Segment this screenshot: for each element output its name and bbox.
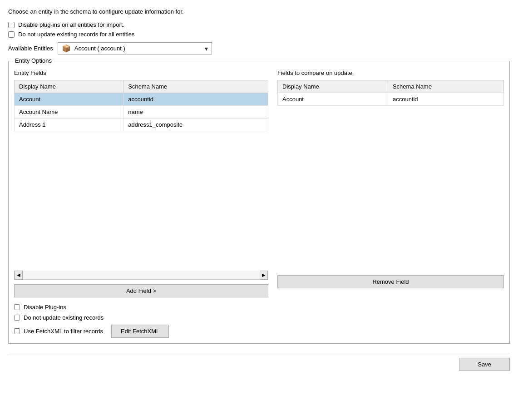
left-panel: Entity Fields Display Name Schema Name — [14, 69, 268, 297]
global-checkbox-row-1: Disable plug-ins on all entities for imp… — [8, 21, 510, 28]
right-col-schema-name: Schema Name — [388, 80, 503, 93]
entity-checkboxes: Disable Plug-ins Do not update existing … — [14, 304, 504, 338]
disable-plugins-checkbox[interactable] — [14, 304, 20, 310]
cell-display-name: Account Name — [15, 106, 123, 119]
cell-schema-name: accountid — [123, 93, 268, 106]
save-button[interactable]: Save — [459, 358, 510, 371]
cell-schema-name: accountid — [388, 93, 503, 106]
add-field-row: Add Field > — [14, 284, 268, 297]
table-row[interactable]: Account Namename — [15, 106, 268, 119]
edit-fetchxml-button[interactable]: Edit FetchXML — [111, 325, 169, 338]
entity-dropdown-value: Account ( account ) — [74, 45, 205, 52]
use-fetchxml-label: Use FetchXML to filter records — [24, 328, 103, 335]
entity-fields-table: Display Name Schema Name Accountaccounti… — [14, 80, 268, 131]
table-row[interactable]: Accountaccountid — [278, 93, 504, 106]
remove-field-button[interactable]: Remove Field — [277, 275, 504, 288]
entity-options-box: Entity Options Entity Fields Display Nam… — [8, 61, 510, 344]
do-not-update-all-label: Do not update existing records for all e… — [18, 31, 135, 38]
entity-options-legend: Entity Options — [13, 57, 54, 64]
right-table-body-area: Display Name Schema Name Accountaccounti… — [277, 80, 504, 271]
entity-icon: 📦 — [62, 44, 71, 53]
disable-plugins-label: Disable Plug-ins — [24, 304, 66, 311]
cell-schema-name: name — [123, 106, 268, 119]
left-col-schema-name: Schema Name — [123, 80, 268, 93]
do-not-update-checkbox[interactable] — [14, 315, 20, 321]
do-not-update-all-checkbox[interactable] — [8, 31, 15, 38]
available-entities-label: Available Entities — [8, 45, 53, 52]
entity-fields-label: Entity Fields — [14, 69, 268, 76]
use-fetchxml-row: Use FetchXML to filter records Edit Fetc… — [14, 325, 504, 338]
disable-plugins-all-checkbox[interactable] — [8, 22, 15, 28]
left-table-wrapper: Display Name Schema Name Accountaccounti… — [14, 80, 268, 280]
chevron-down-icon: ▾ — [205, 45, 208, 52]
use-fetchxml-checkbox[interactable] — [14, 328, 20, 334]
compare-fields-table: Display Name Schema Name Accountaccounti… — [277, 80, 504, 106]
two-panel-layout: Entity Fields Display Name Schema Name — [14, 69, 504, 297]
do-not-update-row: Do not update existing records — [14, 314, 504, 321]
left-table-body-area: Display Name Schema Name Accountaccounti… — [14, 80, 268, 271]
cell-display-name: Account — [278, 93, 388, 106]
intro-text: Choose an entity in the schema to config… — [8, 8, 510, 15]
entity-dropdown[interactable]: 📦 Account ( account ) ▾ — [58, 42, 212, 54]
fields-compare-label: Fields to compare on update. — [277, 69, 504, 76]
cell-display-name: Address 1 — [15, 119, 123, 131]
footer-row: Save — [8, 353, 510, 371]
scroll-track[interactable] — [23, 271, 260, 279]
add-field-button[interactable]: Add Field > — [14, 284, 268, 297]
available-entities-row: Available Entities 📦 Account ( account )… — [8, 42, 510, 54]
left-col-display-name: Display Name — [15, 80, 123, 93]
do-not-update-label: Do not update existing records — [24, 314, 104, 321]
global-checkbox-row-2: Do not update existing records for all e… — [8, 31, 510, 38]
disable-plugins-all-label: Disable plug-ins on all entities for imp… — [18, 21, 124, 28]
entity-options-inner: Entity Fields Display Name Schema Name — [14, 69, 504, 338]
remove-field-row: Remove Field — [277, 275, 504, 288]
disable-plugins-row: Disable Plug-ins — [14, 304, 504, 311]
right-panel: Fields to compare on update. Display Nam… — [277, 69, 504, 288]
table-row[interactable]: Accountaccountid — [15, 93, 268, 106]
right-col-display-name: Display Name — [278, 80, 388, 93]
scroll-left-arrow[interactable]: ◀ — [15, 271, 23, 280]
scroll-right-arrow[interactable]: ▶ — [260, 271, 268, 280]
left-scrollbar: ◀ ▶ — [14, 271, 268, 280]
cell-display-name: Account — [15, 93, 123, 106]
table-row[interactable]: Address 1address1_composite — [15, 119, 268, 131]
cell-schema-name: address1_composite — [123, 119, 268, 131]
